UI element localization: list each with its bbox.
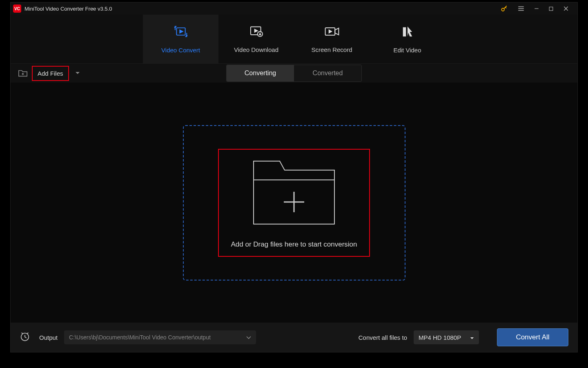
close-icon[interactable] — [563, 5, 569, 12]
output-path-value: C:\Users\bj\Documents\MiniTool Video Con… — [69, 334, 211, 341]
sub-toolbar: Add Files Converting Converted — [11, 64, 577, 83]
tab-screen-record[interactable]: Screen Record — [294, 15, 370, 63]
chevron-down-icon — [246, 334, 251, 341]
nav-tab-label: Edit Video — [393, 47, 421, 54]
convert-all-button-label: Convert All — [516, 333, 549, 341]
tab-video-convert[interactable]: Video Convert — [143, 15, 218, 63]
app-logo-icon: VC — [13, 4, 21, 13]
convert-all-button[interactable]: Convert All — [497, 328, 568, 346]
subtab-label: Converted — [313, 70, 343, 77]
drop-zone-text: Add or Drag files here to start conversi… — [231, 240, 357, 249]
folder-add-large-icon — [251, 158, 337, 229]
svg-rect-1 — [549, 7, 553, 11]
tab-edit-video[interactable]: Edit Video — [370, 15, 445, 63]
svg-point-0 — [501, 8, 504, 11]
format-value: MP4 HD 1080P — [419, 334, 461, 341]
folder-plus-icon[interactable] — [18, 69, 28, 78]
record-icon — [324, 25, 340, 39]
nav-tab-label: Video Convert — [161, 47, 200, 54]
subtab-label: Converting — [245, 70, 276, 77]
main-nav: Video Convert Video Download — [11, 15, 577, 64]
add-files-dropdown-icon[interactable] — [75, 70, 80, 77]
sub-tabs: Converting Converted — [226, 65, 362, 82]
main-area: Add or Drag files here to start conversi… — [11, 83, 577, 323]
format-select[interactable]: MP4 HD 1080P — [414, 330, 479, 344]
convert-icon — [174, 25, 188, 39]
nav-tab-label: Video Download — [234, 46, 278, 53]
bottom-bar: Output C:\Users\bj\Documents\MiniTool Vi… — [11, 323, 577, 352]
minimize-icon[interactable] — [534, 6, 539, 11]
titlebar: VC MiniTool Video Converter Free v3.5.0 — [11, 2, 577, 15]
chevron-down-icon — [470, 334, 474, 341]
download-icon — [249, 25, 264, 39]
output-label: Output — [39, 334, 58, 341]
subtab-converting[interactable]: Converting — [227, 65, 294, 81]
edit-icon — [401, 25, 414, 39]
drop-zone[interactable]: Add or Drag files here to start conversi… — [183, 125, 405, 280]
tab-video-download[interactable]: Video Download — [218, 15, 294, 63]
app-title: MiniTool Video Converter Free v3.5.0 — [24, 6, 500, 12]
key-icon[interactable] — [500, 4, 508, 13]
clock-icon[interactable] — [20, 331, 30, 343]
menu-icon[interactable] — [517, 5, 525, 12]
nav-tab-label: Screen Record — [311, 46, 352, 53]
add-files-button[interactable]: Add Files — [32, 66, 69, 81]
maximize-icon[interactable] — [548, 6, 554, 11]
output-path-select[interactable]: C:\Users\bj\Documents\MiniTool Video Con… — [64, 330, 256, 344]
drop-zone-inner[interactable]: Add or Drag files here to start conversi… — [218, 149, 370, 257]
add-files-label: Add Files — [38, 70, 63, 77]
subtab-converted[interactable]: Converted — [294, 65, 361, 81]
convert-all-label: Convert all files to — [359, 334, 407, 341]
